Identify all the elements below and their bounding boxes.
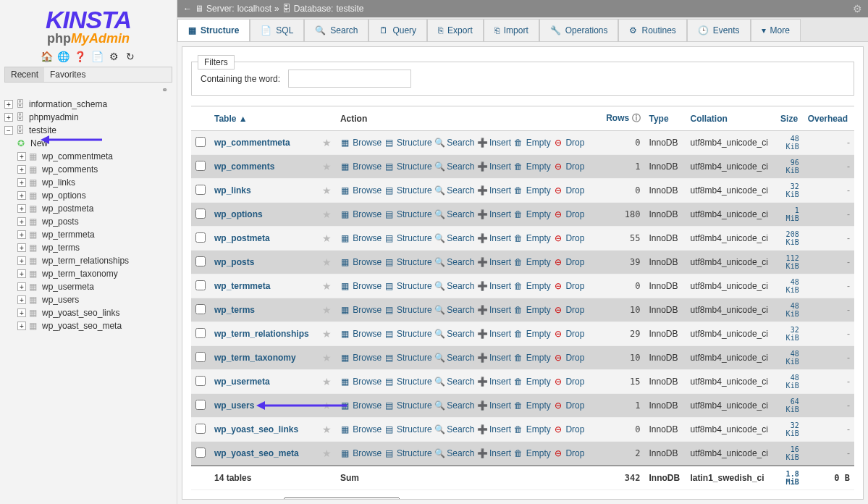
action-structure[interactable]: ▤ Structure [384,305,432,315]
favorite-star-icon[interactable]: ★ [322,328,332,340]
top-tab-query[interactable]: 🗒Query [368,19,427,41]
action-browse[interactable]: ▦ Browse [340,377,382,387]
action-search[interactable]: 🔍 Search [434,448,474,458]
favorite-star-icon[interactable]: ★ [322,185,332,196]
tree-toggle-icon[interactable]: + [17,165,26,174]
tree-toggle-icon[interactable]: + [4,100,13,109]
action-search[interactable]: 🔍 Search [434,281,474,291]
action-search[interactable]: 🔍 Search [434,209,474,219]
row-checkbox[interactable] [195,352,206,362]
filter-input[interactable] [288,70,411,88]
top-tab-routines[interactable]: ⚙Routines [618,19,686,41]
top-tab-sql[interactable]: 📄SQL [250,19,304,41]
tree-toggle-icon[interactable]: + [17,256,26,265]
chain-icon[interactable]: ⚭ [4,85,172,95]
row-checkbox[interactable] [195,185,206,195]
tree-table-wp_posts[interactable]: +▦wp_posts [4,215,172,228]
action-drop[interactable]: ⊖ Drop [553,281,584,291]
table-name-link[interactable]: wp_termmeta [214,281,270,291]
doc-icon[interactable]: 📄 [91,51,103,62]
tree-table-wp_usermeta[interactable]: +▦wp_usermeta [4,280,172,293]
action-drop[interactable]: ⊖ Drop [553,353,584,363]
action-structure[interactable]: ▤ Structure [384,353,432,363]
action-structure[interactable]: ▤ Structure [384,209,432,219]
nav-left-icon[interactable]: ← [183,4,192,14]
action-search[interactable]: 🔍 Search [434,138,474,148]
row-checkbox[interactable] [195,137,206,147]
action-search[interactable]: 🔍 Search [434,329,474,339]
tree-table-wp_yoast_seo_meta[interactable]: +▦wp_yoast_seo_meta [4,319,172,332]
action-empty[interactable]: 🗑 Empty [513,400,550,411]
action-structure[interactable]: ▤ Structure [384,329,432,339]
action-drop[interactable]: ⊖ Drop [553,233,584,243]
action-drop[interactable]: ⊖ Drop [553,448,584,458]
action-empty[interactable]: 🗑 Empty [513,257,550,267]
action-browse[interactable]: ▦ Browse [340,281,382,291]
col-collation[interactable]: Collation [686,106,777,131]
tree-toggle-icon[interactable]: + [17,178,26,187]
action-insert[interactable]: ➕ Insert [477,353,511,363]
row-checkbox[interactable] [195,424,206,434]
action-browse[interactable]: ▦ Browse [340,424,382,434]
tree-toggle-icon[interactable]: − [4,126,13,135]
top-tab-structure[interactable]: ▦Structure [177,19,250,41]
action-search[interactable]: 🔍 Search [434,377,474,387]
home-icon[interactable]: 🏠 [41,51,52,62]
action-drop[interactable]: ⊖ Drop [553,257,584,267]
table-name-link[interactable]: wp_usermeta [214,377,270,387]
top-tab-import[interactable]: ⎗Import [484,19,539,41]
tree-table-wp_terms[interactable]: +▦wp_terms [4,241,172,254]
table-name-link[interactable]: wp_commentmeta [214,138,290,148]
top-tab-search[interactable]: 🔍Search [304,19,368,41]
action-insert[interactable]: ➕ Insert [477,400,511,411]
action-empty[interactable]: 🗑 Empty [513,138,550,148]
action-drop[interactable]: ⊖ Drop [553,209,584,219]
action-drop[interactable]: ⊖ Drop [553,138,584,148]
action-structure[interactable]: ▤ Structure [384,161,432,172]
tree-table-wp_users[interactable]: +▦wp_users [4,293,172,306]
action-search[interactable]: 🔍 Search [434,161,474,172]
top-tab-more[interactable]: ▾More [751,19,801,41]
rows-help-icon[interactable]: ⓘ [632,113,641,123]
table-name-link[interactable]: wp_terms [214,305,255,315]
top-tab-operations[interactable]: 🔧Operations [539,19,619,41]
row-checkbox[interactable] [195,400,206,410]
table-name-link[interactable]: wp_posts [214,257,254,267]
action-insert[interactable]: ➕ Insert [477,209,511,219]
action-browse[interactable]: ▦ Browse [340,161,382,172]
settings-icon[interactable]: ⚙ [108,51,119,62]
table-name-link[interactable]: wp_users [214,400,254,411]
tree-db-phpmyadmin[interactable]: +🗄phpmyadmin [4,111,172,124]
action-browse[interactable]: ▦ Browse [340,233,382,243]
breadcrumb-db-link[interactable]: testsite [336,4,363,14]
favorite-star-icon[interactable]: ★ [322,280,332,292]
col-rows[interactable]: Rows ⓘ [600,106,645,131]
action-insert[interactable]: ➕ Insert [477,305,511,315]
tree-toggle-icon[interactable]: + [17,204,26,213]
action-search[interactable]: 🔍 Search [434,185,474,196]
tab-favorites[interactable]: Favorites [44,67,91,82]
tree-table-wp_term_relationships[interactable]: +▦wp_term_relationships [4,254,172,267]
action-structure[interactable]: ▤ Structure [384,257,432,267]
action-insert[interactable]: ➕ Insert [477,185,511,196]
action-insert[interactable]: ➕ Insert [477,233,511,243]
tree-toggle-icon[interactable]: + [17,322,26,330]
with-selected-dropdown[interactable]: With selected: [284,497,400,500]
tree-toggle-icon[interactable]: + [17,295,26,304]
favorite-star-icon[interactable]: ★ [322,448,332,459]
action-empty[interactable]: 🗑 Empty [513,424,550,434]
action-insert[interactable]: ➕ Insert [477,329,511,339]
table-name-link[interactable]: wp_yoast_seo_links [214,424,298,434]
action-empty[interactable]: 🗑 Empty [513,377,550,387]
top-tab-events[interactable]: 🕒Events [687,19,751,41]
top-tab-export[interactable]: ⎘Export [427,19,484,41]
action-insert[interactable]: ➕ Insert [477,448,511,458]
action-drop[interactable]: ⊖ Drop [553,329,584,339]
action-search[interactable]: 🔍 Search [434,424,474,434]
favorite-star-icon[interactable]: ★ [322,376,332,387]
table-name-link[interactable]: wp_term_taxonomy [214,353,296,363]
action-browse[interactable]: ▦ Browse [340,209,382,219]
action-empty[interactable]: 🗑 Empty [513,329,550,339]
tree-toggle-icon[interactable]: + [17,243,26,252]
tree-toggle-icon[interactable]: + [17,282,26,291]
